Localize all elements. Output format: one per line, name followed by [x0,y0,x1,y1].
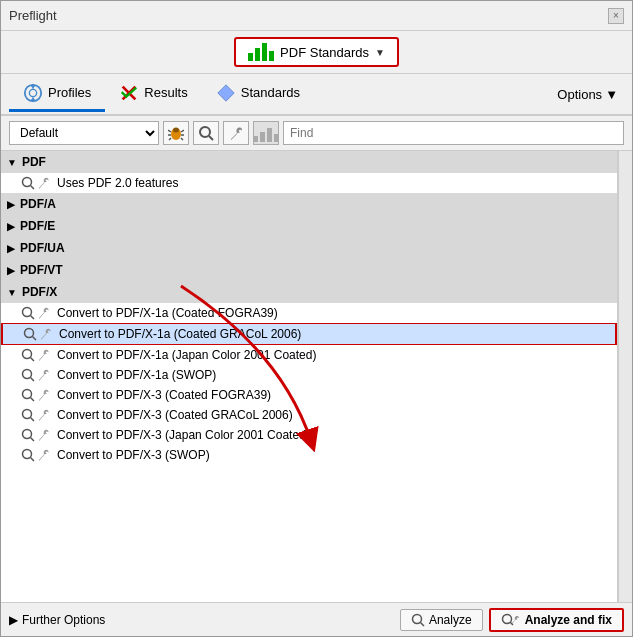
tree-group-pdfua[interactable]: ▶ PDF/UA [1,237,617,259]
svg-line-16 [209,136,213,140]
wrench-icon [38,408,52,422]
list-item[interactable]: Convert to PDF/X-3 (SWOP) [1,445,617,465]
content-area: ▼ PDF Uses PDF 2.0 features ▶ P [1,151,632,602]
search-icon [23,327,37,341]
wrench-icon-button[interactable] [223,121,249,145]
footer-buttons: Analyze Analyze and fix [400,608,624,632]
analyze-search-icon [411,613,425,627]
pdf-standards-arrow: ▼ [375,47,385,58]
pdfe-group-arrow: ▶ [7,221,15,232]
svg-line-10 [181,130,184,132]
tree-group-pdfa[interactable]: ▶ PDF/A [1,193,617,215]
tree-group-pdfx[interactable]: ▼ PDF/X [1,281,617,303]
preflight-window: Preflight × PDF Standards ▼ [0,0,633,637]
wrench-icon [38,448,52,462]
bug-icon-button[interactable] [163,121,189,145]
svg-point-33 [23,450,32,459]
svg-line-36 [420,622,424,626]
tab-results[interactable]: Results [105,77,201,112]
pdf-group-arrow: ▼ [7,157,17,168]
list-item[interactable]: Uses PDF 2.0 features [1,173,617,193]
svg-point-31 [23,430,32,439]
svg-line-26 [31,378,35,382]
tab-standards[interactable]: Standards [202,77,314,112]
pdfa-group-label: PDF/A [20,197,56,211]
search-icon [21,348,35,362]
options-label: Options [557,87,602,102]
find-input[interactable] [283,121,624,145]
pdfua-group-arrow: ▶ [7,243,15,254]
svg-point-23 [23,350,32,359]
list-item-selected[interactable]: Convert to PDF/X-1a (Coated GRACoL 2006) [1,323,617,345]
pdfua-group-label: PDF/UA [20,241,65,255]
profile-dropdown[interactable]: Default [9,121,159,145]
svg-line-22 [33,337,37,341]
svg-line-32 [31,438,35,442]
scrollbar[interactable] [618,151,632,602]
tab-standards-label: Standards [241,85,300,100]
profiles-tab-icon [23,83,43,103]
list-item[interactable]: Convert to PDF/X-3 (Coated FOGRA39) [1,385,617,405]
bar-chart-icon [248,43,274,61]
pdf-standards-label: PDF Standards [280,45,369,60]
wrench-icon [38,368,52,382]
list-item[interactable]: Convert to PDF/X-1a (SWOP) [1,365,617,385]
tree-group-pdfe[interactable]: ▶ PDF/E [1,215,617,237]
svg-line-14 [181,138,183,140]
further-options-toggle[interactable]: ▶ Further Options [9,613,105,627]
results-tab-icon [119,83,139,103]
search-icon [21,388,35,402]
svg-point-17 [23,178,32,187]
analyze-fix-button[interactable]: Analyze and fix [489,608,624,632]
list-item-label: Convert to PDF/X-3 (SWOP) [57,448,210,462]
pdfx-group-label: PDF/X [22,285,57,299]
wrench-icon [38,176,52,190]
search-icon-button[interactable] [193,121,219,145]
tab-results-label: Results [144,85,187,100]
close-button[interactable]: × [608,8,624,24]
search-icon [21,176,35,190]
analyze-fix-label: Analyze and fix [525,613,612,627]
further-options-arrow: ▶ [9,613,18,627]
svg-line-20 [31,316,35,320]
svg-point-29 [23,410,32,419]
svg-line-30 [31,418,35,422]
title-bar: Preflight × [1,1,632,31]
controls-row: Default [1,116,632,151]
wrench-icon [38,428,52,442]
svg-marker-6 [218,84,234,100]
list-item-label: Convert to PDF/X-3 (Japan Color 2001 Coa… [57,428,310,442]
list-item[interactable]: Convert to PDF/X-3 (Japan Color 2001 Coa… [1,425,617,445]
svg-point-25 [23,370,32,379]
tree-group-pdfvt[interactable]: ▶ PDF/VT [1,259,617,281]
list-item-label: Convert to PDF/X-1a (Japan Color 2001 Co… [57,348,316,362]
svg-line-28 [31,398,35,402]
svg-line-24 [31,358,35,362]
tabs-container: Profiles Results [9,77,314,112]
options-button[interactable]: Options ▼ [551,83,624,106]
svg-point-21 [25,329,34,338]
tab-profiles[interactable]: Profiles [9,77,105,112]
further-options-label: Further Options [22,613,105,627]
svg-line-18 [31,186,35,190]
svg-point-15 [200,127,210,137]
list-item-label: Convert to PDF/X-1a (Coated FOGRA39) [57,306,278,320]
svg-point-8 [173,128,179,133]
pdf-standards-button[interactable]: PDF Standards ▼ [234,37,399,67]
search-icon [21,448,35,462]
tree-group-pdf[interactable]: ▼ PDF [1,151,617,173]
list-item[interactable]: Convert to PDF/X-1a (Coated FOGRA39) [1,303,617,323]
pdfa-group-arrow: ▶ [7,199,15,210]
list-item-label: Uses PDF 2.0 features [57,176,178,190]
analyze-button[interactable]: Analyze [400,609,483,631]
bar-chart-icon-button[interactable] [253,121,279,145]
list-item[interactable]: Convert to PDF/X-1a (Japan Color 2001 Co… [1,345,617,365]
list-item[interactable]: Convert to PDF/X-3 (Coated GRACoL 2006) [1,405,617,425]
search-icon [21,368,35,382]
svg-point-19 [23,308,32,317]
pdf-standards-toolbar: PDF Standards ▼ [1,31,632,74]
options-arrow: ▼ [605,87,618,102]
wrench-icon [38,306,52,320]
list-item-label: Convert to PDF/X-3 (Coated GRACoL 2006) [57,408,293,422]
search-icon [21,408,35,422]
